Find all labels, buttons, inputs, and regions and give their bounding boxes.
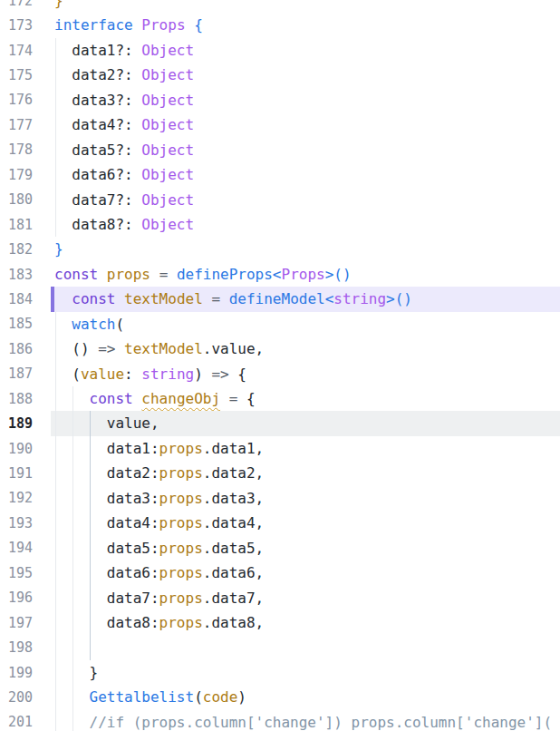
code-line[interactable]: 189 value, [0, 411, 560, 435]
code-line[interactable]: 188 const changeObj = { [0, 386, 560, 411]
code-line[interactable]: 186 () => textModel.value, [0, 336, 560, 361]
line-number[interactable]: 201 [0, 714, 33, 730]
line-text: data1?: Object [54, 38, 194, 63]
code-line[interactable]: 198 [0, 635, 560, 659]
line-content[interactable]: //if (props.column['change']) props.colu… [51, 710, 560, 731]
line-content[interactable]: data5:props.data5, [51, 536, 560, 560]
line-content[interactable]: value, [51, 411, 560, 435]
line-number[interactable]: 193 [0, 515, 33, 531]
code-line[interactable]: 192 data3:props.data3, [0, 486, 560, 511]
line-number[interactable]: 178 [0, 141, 33, 158]
line-text: data1:props.data1, [54, 436, 264, 461]
code-line[interactable]: 181 data8?: Object [0, 212, 560, 237]
code-token: } [54, 664, 98, 681]
code-line[interactable]: 199 } [0, 660, 560, 685]
code-line[interactable]: 190 data1:props.data1, [0, 436, 560, 461]
line-content[interactable]: () => textModel.value, [51, 336, 560, 361]
code-line[interactable]: 174 data1?: Object [0, 38, 560, 63]
code-line[interactable]: 201 //if (props.column['change']) props.… [0, 710, 560, 731]
line-content[interactable]: data7:props.data7, [51, 586, 560, 610]
line-content[interactable]: watch( [51, 312, 560, 336]
code-line[interactable]: 184 const textModel = defineModel<string… [0, 287, 560, 311]
line-number[interactable]: 199 [0, 665, 33, 681]
line-number[interactable]: 184 [0, 291, 33, 307]
line-content[interactable]: } [51, 0, 560, 13]
line-number[interactable]: 191 [0, 465, 33, 482]
line-content[interactable]: data2?: Object [51, 63, 560, 87]
line-number[interactable]: 188 [0, 391, 33, 407]
code-line[interactable]: 191 data2:props.data2, [0, 461, 560, 485]
line-content[interactable]: data2:props.data2, [51, 461, 560, 485]
line-number[interactable]: 173 [0, 17, 33, 34]
code-line[interactable]: 185 watch( [0, 312, 560, 336]
line-number[interactable]: 180 [0, 191, 33, 208]
code-line[interactable]: 195 data6:props.data6, [0, 560, 560, 585]
code-token: data7: [54, 590, 159, 607]
code-line[interactable]: 200 Gettalbelist(code) [0, 685, 560, 709]
line-number[interactable]: 183 [0, 267, 33, 283]
code-line[interactable]: 182 } [0, 237, 560, 261]
line-text: data6:props.data6, [54, 560, 264, 585]
line-number[interactable]: 192 [0, 490, 33, 506]
line-number[interactable]: 186 [0, 341, 33, 357]
code-line[interactable]: 175 data2?: Object [0, 63, 560, 87]
line-text: const changeObj = { [54, 386, 256, 411]
code-line[interactable]: 172 } [0, 0, 560, 13]
line-content[interactable]: const props = defineProps<Props>() [51, 262, 560, 287]
code-line[interactable]: 176 data3?: Object [0, 88, 560, 112]
line-content[interactable]: data4?: Object [51, 112, 560, 137]
line-number[interactable]: 196 [0, 590, 33, 606]
code-token: data8: [54, 614, 159, 631]
line-content[interactable]: data1?: Object [51, 38, 560, 63]
line-number[interactable]: 172 [0, 0, 33, 9]
line-content[interactable]: data5?: Object [51, 138, 560, 162]
line-number[interactable]: 189 [0, 415, 33, 432]
indent-guide [55, 486, 56, 511]
line-number[interactable]: 197 [0, 615, 33, 631]
line-content[interactable]: data3:props.data3, [51, 486, 560, 511]
line-number[interactable]: 179 [0, 167, 33, 183]
line-text: watch( [54, 312, 124, 336]
line-number[interactable]: 190 [0, 441, 33, 457]
line-content[interactable]: Gettalbelist(code) [51, 685, 560, 709]
line-number[interactable]: 200 [0, 689, 33, 706]
line-number[interactable]: 187 [0, 366, 33, 382]
line-content[interactable]: (value: string) => { [51, 362, 560, 386]
line-number[interactable]: 182 [0, 241, 33, 258]
code-line[interactable]: 194 data5:props.data5, [0, 536, 560, 560]
line-number[interactable]: 176 [0, 92, 33, 108]
line-content[interactable]: } [51, 660, 560, 685]
line-content[interactable]: data6?: Object [51, 162, 560, 187]
line-number[interactable]: 174 [0, 43, 33, 59]
line-number[interactable]: 195 [0, 565, 33, 581]
code-line[interactable]: 193 data4:props.data4, [0, 511, 560, 535]
code-line[interactable]: 177 data4?: Object [0, 112, 560, 137]
code-line[interactable]: 178 data5?: Object [0, 138, 560, 162]
line-content[interactable]: data6:props.data6, [51, 560, 560, 585]
line-content[interactable] [51, 635, 560, 659]
line-content[interactable]: data4:props.data4, [51, 511, 560, 535]
code-line[interactable]: 180 data7?: Object [0, 188, 560, 212]
line-content[interactable]: data8?: Object [51, 212, 560, 237]
line-number[interactable]: 194 [0, 540, 33, 556]
line-number[interactable]: 198 [0, 639, 33, 656]
code-line[interactable]: 179 data6?: Object [0, 162, 560, 187]
line-content[interactable]: } [51, 237, 560, 261]
line-number[interactable]: 175 [0, 67, 33, 83]
line-content[interactable]: data7?: Object [51, 188, 560, 212]
line-content[interactable]: const textModel = defineModel<string>() [51, 287, 560, 311]
line-content[interactable]: data8:props.data8, [51, 610, 560, 635]
line-number[interactable]: 185 [0, 316, 33, 332]
line-content[interactable]: interface Props { [51, 13, 560, 37]
line-content[interactable]: data1:props.data1, [51, 436, 560, 461]
line-content[interactable]: data3?: Object [51, 88, 560, 112]
code-line[interactable]: 183 const props = defineProps<Props>() [0, 262, 560, 287]
line-content[interactable]: const changeObj = { [51, 386, 560, 411]
line-number[interactable]: 177 [0, 117, 33, 133]
code-line[interactable]: 196 data7:props.data7, [0, 586, 560, 610]
code-line[interactable]: 197 data8:props.data8, [0, 610, 560, 635]
code-line[interactable]: 187 (value: string) => { [0, 362, 560, 386]
code-line[interactable]: 173 interface Props { [0, 13, 560, 37]
indent-guide [55, 112, 56, 137]
line-number[interactable]: 181 [0, 217, 33, 233]
